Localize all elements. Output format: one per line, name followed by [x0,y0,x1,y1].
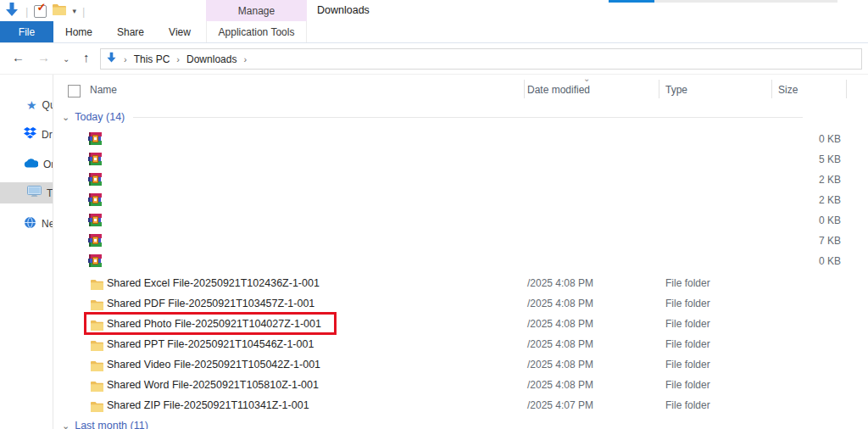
folder-row[interactable]: Shared ZIP File-20250921T110341Z-1-001 /… [53,395,868,415]
breadcrumb-downloads[interactable]: Downloads [186,53,236,65]
collapse-chevron-icon[interactable]: ⌄ [62,112,70,123]
column-header-date-modified[interactable]: Date modified [527,84,590,96]
group-header-last-month[interactable]: ⌄ Last month (11) [62,420,148,429]
date-modified: /2025 4:08 PM [527,318,593,330]
folder-row[interactable]: Shared PDF File-20250921T103457Z-1-001 /… [53,293,868,314]
date-modified: /2025 4:08 PM [527,379,593,391]
tab-share[interactable]: Share [110,21,151,42]
folder-name: Shared Video File-20250921T105042Z-1-001 [107,359,320,370]
tab-view[interactable]: View [161,21,198,42]
collapse-chevron-icon[interactable]: ⌄ [62,421,70,429]
date-modified: /2025 4:08 PM [527,359,593,370]
file-size: 2 KB [819,194,841,206]
sidebar-item-onedrive[interactable]: Or [0,153,53,175]
breadcrumb-this-pc[interactable]: This PC [134,53,170,65]
file-size: 2 KB [819,174,841,186]
navigation-pane: ★ Qu Dr Or Th Ne [0,75,53,429]
file-size: 0 KB [819,255,841,267]
archive-file-row[interactable]: 2 KB [53,190,868,210]
archive-file-row[interactable]: 0 KB [53,210,868,231]
crumb-separator: › [176,54,180,64]
toolbar-separator: | [25,5,28,18]
tab-file[interactable]: File [0,21,53,42]
dropbox-icon [24,127,36,142]
group-header-today[interactable]: ⌄ Today (14) [62,111,803,123]
sidebar-item-label: Or [43,159,53,170]
folder-row[interactable]: Shared Word File-20250921T105810Z-1-001 … [53,375,868,395]
tab-application-tools[interactable]: Application Tools [206,21,307,42]
archive-file-row[interactable]: 7 KB [53,231,868,251]
select-all-checkbox[interactable] [68,85,81,98]
file-type: File folder [665,379,710,391]
forward-icon[interactable]: → [37,50,50,64]
winrar-archive-icon [88,214,102,230]
folder-rows: Shared Excel File-20250921T102436Z-1-001… [53,273,868,415]
winrar-archive-icon [88,153,102,169]
onedrive-cloud-icon [24,159,38,170]
date-modified: /2025 4:08 PM [527,277,593,289]
winrar-archive-icon [88,132,102,148]
folder-icon [91,339,103,354]
sidebar-item-quick-access[interactable]: ★ Qu [0,94,53,115]
sidebar-item-dropbox[interactable]: Dr [0,124,53,145]
new-folder-icon[interactable] [53,3,66,19]
winrar-archive-icon [88,234,102,250]
folder-icon [91,380,103,395]
archive-file-row[interactable]: 0 KB [53,251,868,271]
winrar-archive-icon [88,173,102,189]
up-icon[interactable]: ↑ [83,50,90,64]
progress-bar [609,0,837,3]
network-globe-icon [24,216,36,231]
file-type: File folder [665,338,710,350]
window-title: Downloads [317,4,370,16]
highlight-box [84,312,337,335]
column-divider[interactable] [846,80,847,98]
file-list-pane: Name ⌄ Date modified Type Size ⌄ Today (… [53,75,868,429]
downloads-arrow-icon [4,2,19,21]
archive-file-row[interactable]: 2 KB [53,170,868,190]
tab-home[interactable]: Home [59,21,98,42]
file-type: File folder [665,359,710,370]
file-type: File folder [665,298,710,309]
folder-row[interactable]: Shared PPT File-20250921T104546Z-1-001 /… [53,334,868,354]
group-label: Last month (11) [75,420,148,429]
title-bar: | ✓ ▾ | Manage Downloads [0,0,868,21]
column-header-type[interactable]: Type [665,84,687,96]
folder-name: Shared PPT File-20250921T104546Z-1-001 [107,338,314,350]
ribbon-tab-row: File Home Share View Application Tools [0,21,868,43]
column-header-size[interactable]: Size [778,84,798,96]
recent-locations-chevron-icon[interactable]: ⌄ [63,54,70,64]
column-divider[interactable] [659,80,659,98]
file-type: File folder [665,399,710,411]
date-modified: /2025 4:08 PM [527,298,593,309]
column-divider[interactable] [771,80,772,98]
address-downloads-icon [106,52,117,66]
group-label: Today (14) [75,111,125,123]
folder-row[interactable]: Shared Video File-20250921T105042Z-1-001… [53,354,868,375]
file-size: 7 KB [819,235,841,247]
column-header-name[interactable]: Name [90,84,117,96]
column-divider[interactable] [524,80,525,98]
folder-icon [91,359,103,375]
properties-checkbox-icon[interactable]: ✓ [34,5,47,18]
sidebar-item-this-pc[interactable]: Th [0,182,53,203]
sidebar-item-label: Dr [42,129,53,141]
group-divider-line [133,117,803,118]
column-header-row: Name ⌄ Date modified Type Size [53,77,868,101]
customize-toolbar-caret-icon[interactable]: ▾ [72,8,76,15]
quick-access-star-icon: ★ [26,99,37,111]
back-icon[interactable]: ← [12,50,25,64]
folder-row[interactable]: Shared Excel File-20250921T102436Z-1-001… [53,273,868,293]
crumb-separator: › [124,54,127,64]
sidebar-item-label: Ne [42,218,53,230]
navigation-bar: ← → ⌄ ↑ › This PC › Downloads › [0,43,868,75]
sidebar-item-network[interactable]: Ne [0,213,53,234]
folder-icon [91,278,103,293]
this-pc-monitor-icon [27,186,42,200]
sidebar-item-label: Qu [42,99,53,111]
address-bar[interactable]: › This PC › Downloads › [100,48,862,70]
toolbar-separator: | [82,5,85,18]
archive-file-row[interactable]: 5 KB [53,149,868,170]
archive-file-row[interactable]: 0 KB [53,129,868,149]
file-type: File folder [665,277,710,289]
